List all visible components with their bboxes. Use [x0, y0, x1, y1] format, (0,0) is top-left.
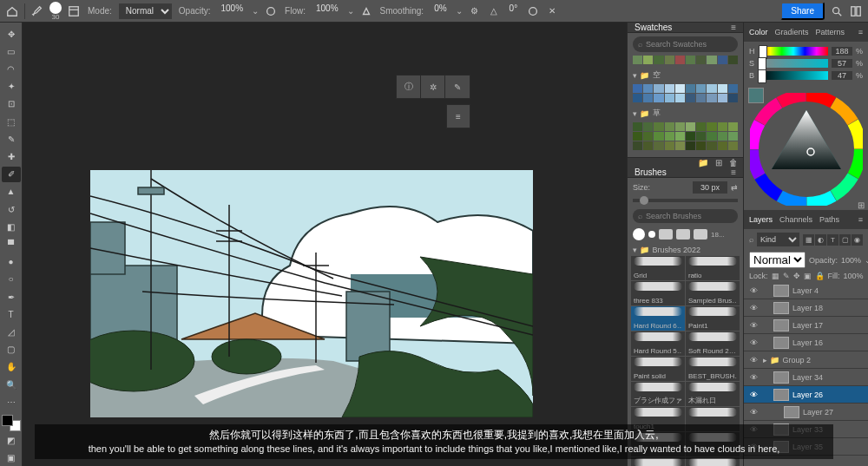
brush-preset[interactable]	[648, 231, 655, 238]
layer-row[interactable]: 👁Layer 27	[744, 404, 868, 421]
eraser-tool[interactable]: ◧	[2, 219, 21, 234]
panel-menu-icon[interactable]: ≡	[858, 28, 863, 36]
swatch[interactable]	[718, 122, 727, 131]
pressure-size-icon[interactable]	[526, 4, 540, 18]
stamp-tool[interactable]: ▲	[2, 184, 21, 200]
wand-tool[interactable]: ✦	[2, 79, 21, 95]
swatch[interactable]	[633, 84, 642, 93]
color-wheel[interactable]: ⊞	[744, 89, 868, 210]
swatch[interactable]	[665, 56, 674, 64]
brush-item[interactable]: Soft Round 2…	[686, 331, 740, 356]
brush-preset[interactable]	[659, 229, 673, 240]
bri-input[interactable]	[832, 71, 852, 80]
channels-tab[interactable]: Channels	[779, 215, 812, 224]
swatch[interactable]	[633, 141, 642, 150]
swatch[interactable]	[696, 94, 706, 102]
info-icon[interactable]: ⓘ	[397, 75, 421, 98]
dodge-tool[interactable]: ○	[2, 272, 21, 287]
brush-item[interactable]: ratio	[686, 256, 740, 280]
pressure-opacity-icon[interactable]	[264, 4, 278, 18]
swatch[interactable]	[665, 94, 674, 102]
swatch[interactable]	[686, 122, 695, 131]
trash-icon[interactable]: 🗑	[729, 158, 738, 167]
swatch[interactable]	[654, 56, 663, 64]
swatch[interactable]	[707, 141, 716, 150]
history-brush-tool[interactable]: ↺	[2, 201, 21, 217]
swatch[interactable]	[728, 94, 738, 102]
layer-kind-select[interactable]: Kind	[757, 233, 799, 246]
brush-size-input[interactable]	[693, 181, 727, 194]
swatch[interactable]	[707, 94, 716, 102]
brushes-tab[interactable]: Brushes	[635, 167, 667, 177]
swatch[interactable]	[718, 56, 727, 64]
blend-mode-select[interactable]: Normal	[119, 3, 172, 19]
settings-icon[interactable]: ≡	[447, 105, 470, 128]
pen-tool[interactable]: ✒	[2, 289, 21, 305]
layer-row[interactable]: 👁Layer 34	[744, 369, 868, 386]
gradient-tool[interactable]: ▀	[2, 236, 21, 252]
brush-folder[interactable]: ▾ 📁 Brushes 2022	[628, 244, 743, 256]
swatches-tab[interactable]: Swatches	[635, 23, 672, 32]
lock-artboard-icon[interactable]: ▣	[804, 272, 812, 280]
swatch[interactable]	[654, 122, 663, 131]
visibility-icon[interactable]: 👁	[747, 408, 760, 417]
brush-preview[interactable]: 30	[49, 2, 62, 21]
opacity-value[interactable]: 100%	[217, 3, 247, 19]
frame-tool[interactable]: ⬚	[2, 114, 21, 129]
heal-tool[interactable]: ✚	[2, 148, 21, 164]
swatch[interactable]	[696, 84, 706, 93]
crop-tool[interactable]: ⊡	[2, 96, 21, 112]
airbrush-icon[interactable]	[359, 4, 373, 18]
zoom-tool[interactable]: 🔍	[2, 377, 21, 392]
canvas-area[interactable]: ⓘ ✲ ✎ ≡	[23, 23, 627, 466]
brush-item[interactable]: ブラシ作成ファ…	[631, 382, 685, 406]
artboard[interactable]	[90, 170, 533, 417]
visibility-icon[interactable]: 👁	[747, 391, 760, 399]
swatch[interactable]	[643, 141, 653, 150]
swatch[interactable]	[728, 132, 738, 141]
swatch[interactable]	[633, 132, 642, 141]
swatch[interactable]	[633, 56, 642, 64]
gradients-tab[interactable]: Gradients	[775, 28, 809, 36]
swatch[interactable]	[654, 132, 663, 141]
smoothing-value[interactable]: 0%	[431, 3, 450, 19]
new-icon[interactable]: ⊞	[715, 158, 722, 167]
brush-item[interactable]: Paint1	[686, 306, 740, 331]
bri-slider[interactable]	[758, 71, 828, 80]
patterns-tab[interactable]: Patterns	[816, 28, 845, 36]
quickmask-tool[interactable]: ◩	[2, 433, 21, 449]
screenmode-tool[interactable]: ▣	[2, 450, 21, 466]
panel-menu-icon[interactable]: ≡	[731, 167, 736, 177]
sat-input[interactable]	[832, 59, 852, 68]
swatch[interactable]	[728, 141, 738, 150]
gear-icon[interactable]: ⚙	[468, 4, 482, 18]
hue-input[interactable]	[832, 47, 852, 56]
swatch[interactable]	[728, 122, 738, 131]
lasso-tool[interactable]: ◠	[2, 61, 21, 76]
lock-pixels-icon[interactable]: ▦	[772, 272, 779, 280]
share-button[interactable]: Share	[780, 2, 825, 20]
swatch[interactable]	[643, 84, 653, 93]
swatch[interactable]	[665, 84, 674, 93]
swatch[interactable]	[718, 132, 727, 141]
swatch[interactable]	[686, 141, 695, 150]
swatch[interactable]	[728, 56, 738, 64]
hand-tool[interactable]: ✋	[2, 359, 21, 375]
swatch[interactable]	[654, 94, 663, 102]
brush-size-slider[interactable]	[633, 199, 738, 202]
swatch-folder-sky[interactable]: ▾ 📁 空	[633, 68, 738, 82]
paths-tab[interactable]: Paths	[819, 215, 839, 224]
color-preview[interactable]	[749, 89, 763, 102]
brush-item[interactable]: BEST_BRUSH…	[686, 357, 740, 381]
swatch[interactable]	[675, 84, 685, 93]
brush-preset[interactable]	[676, 229, 690, 240]
folder-icon[interactable]: 📁	[698, 158, 708, 167]
swatch-search-input[interactable]: ⌕ Search Swatches	[633, 36, 738, 52]
swatch[interactable]	[696, 56, 706, 64]
swatch[interactable]	[675, 56, 685, 64]
brush-search-input[interactable]: ⌕ Search Brushes	[633, 209, 738, 223]
swatch[interactable]	[696, 132, 706, 141]
angle-value[interactable]: 0°	[506, 3, 522, 19]
layer-fill-value[interactable]: 100%	[844, 272, 864, 280]
workspace-icon[interactable]	[849, 4, 863, 18]
